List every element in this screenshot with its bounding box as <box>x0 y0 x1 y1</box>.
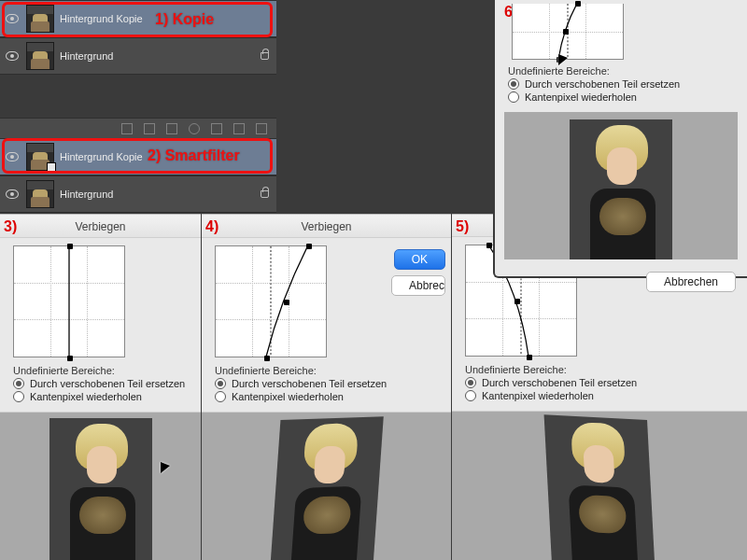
verbiegen-dialog-3: 3) Verbiegen Undefinierte Bereiche: Durc… <box>0 214 201 560</box>
radio-icon <box>508 78 519 90</box>
folder-icon[interactable] <box>211 123 222 134</box>
radio-icon <box>215 391 226 402</box>
lock-slot <box>256 52 273 60</box>
step-number: 4) <box>205 218 218 235</box>
eye-icon <box>6 189 19 199</box>
layers-panel-a: Hintergrund Kopie Hintergrund <box>0 0 276 75</box>
preview-figure <box>270 416 384 560</box>
undefined-areas-label: Undefinierte Bereiche: <box>13 365 201 376</box>
preview-area <box>202 412 451 560</box>
radio-repeat[interactable]: Kantenpixel wiederholen <box>13 391 201 402</box>
mask-icon[interactable] <box>166 123 177 134</box>
radio-icon <box>13 378 24 389</box>
layer-thumbnail[interactable] <box>26 42 54 70</box>
preview-area <box>0 412 201 560</box>
layer-thumbnail[interactable] <box>26 180 54 208</box>
radio-icon <box>465 390 476 401</box>
step-number: 3) <box>4 218 17 235</box>
undefined-areas-label: Undefinierte Bereiche: <box>215 365 451 376</box>
radio-replace[interactable]: Durch verschobenen Teil ersetzen <box>465 377 747 388</box>
shear-grid[interactable] <box>512 4 624 60</box>
step-number: 5) <box>456 218 469 235</box>
radio-icon <box>508 91 519 103</box>
radio-icon <box>13 391 24 402</box>
link-icon[interactable] <box>121 123 133 134</box>
visibility-toggle[interactable] <box>4 186 21 203</box>
annotation-label-1: 1) Kopie <box>155 11 214 28</box>
verbiegen-dialog-4: 4) Verbiegen OK Abbrechen Undefinierte B… <box>202 214 451 560</box>
undefined-areas-label: Undefinierte Bereiche: <box>508 65 747 77</box>
layer-row[interactable]: Hintergrund <box>0 37 276 75</box>
radio-replace[interactable]: Durch verschobenen Teil ersetzen <box>508 78 747 90</box>
lock-icon <box>261 190 269 198</box>
preview-figure <box>544 414 655 560</box>
dialog-title: Verbiegen <box>0 215 201 238</box>
preview-area <box>452 411 747 560</box>
preview-area <box>504 112 738 259</box>
smart-object-badge-icon <box>47 162 56 172</box>
dialog-title: Verbiegen <box>202 215 451 238</box>
trash-icon[interactable] <box>256 123 267 134</box>
fx-icon[interactable] <box>144 123 155 134</box>
radio-icon <box>465 377 476 388</box>
eye-icon <box>6 14 19 23</box>
radio-repeat[interactable]: Kantenpixel wiederholen <box>465 390 747 401</box>
layer-row[interactable]: Hintergrund <box>0 175 276 213</box>
radio-replace[interactable]: Durch verschobenen Teil ersetzen <box>215 378 451 389</box>
dialog-buttons: OK Abbrechen <box>391 246 445 299</box>
shear-grid[interactable] <box>215 245 327 357</box>
radio-repeat[interactable]: Kantenpixel wiederholen <box>508 91 747 103</box>
layer-name[interactable]: Hintergrund <box>60 50 250 62</box>
shear-grid[interactable] <box>13 245 125 357</box>
cancel-button[interactable]: Abbrechen <box>646 272 736 292</box>
layer-thumbnail[interactable] <box>26 5 54 33</box>
annotation-label-2: 2) Smartfilter <box>148 147 240 164</box>
adjustment-icon[interactable] <box>189 123 200 134</box>
new-layer-icon[interactable] <box>233 123 245 134</box>
eye-icon <box>6 152 19 161</box>
verbiegen-dialog-6: 6) Undefinierte Bereiche: Durch verschob… <box>493 0 747 278</box>
undefined-areas-label: Undefinierte Bereiche: <box>465 364 747 375</box>
layers-panel-footer <box>0 118 276 138</box>
ok-button[interactable]: OK <box>394 249 445 270</box>
preview-figure <box>49 418 152 560</box>
eye-icon <box>6 51 19 61</box>
radio-icon <box>215 378 226 389</box>
cancel-button[interactable]: Abbrechen <box>391 275 445 296</box>
lock-slot <box>256 190 273 198</box>
preview-figure <box>570 119 672 259</box>
lock-icon <box>261 52 269 60</box>
radio-repeat[interactable]: Kantenpixel wiederholen <box>215 391 451 402</box>
radio-replace[interactable]: Durch verschobenen Teil ersetzen <box>13 378 201 389</box>
layer-name[interactable]: Hintergrund <box>60 189 250 200</box>
visibility-toggle[interactable] <box>4 48 21 64</box>
visibility-toggle[interactable] <box>4 148 21 165</box>
visibility-toggle[interactable] <box>4 10 21 27</box>
layer-row[interactable]: Hintergrund Kopie <box>0 0 276 37</box>
